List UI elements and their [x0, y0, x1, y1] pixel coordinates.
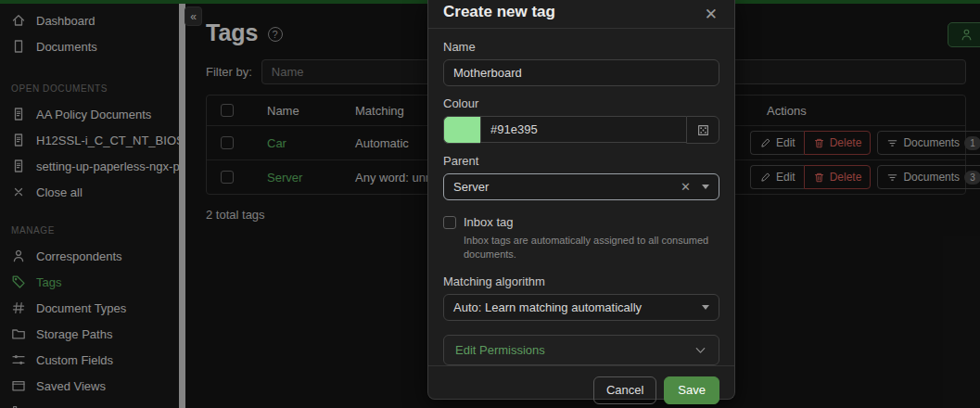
parent-label: Parent: [443, 154, 719, 168]
inbox-tag-row: Inbox tag: [443, 215, 719, 229]
chevron-down-icon: [694, 343, 707, 357]
modal-body: Name Colour Parent Server ✕ Inbox tag In…: [428, 29, 734, 365]
inbox-tag-hint: Inbox tags are automatically assigned to…: [464, 234, 719, 261]
edit-permissions-label: Edit Permissions: [455, 343, 545, 357]
name-label: Name: [443, 40, 719, 54]
colour-input-group: [443, 116, 719, 144]
cancel-button[interactable]: Cancel: [593, 376, 656, 404]
tag-name-input[interactable]: [443, 59, 719, 86]
parent-select[interactable]: Server ✕: [443, 173, 719, 200]
colour-hex-input[interactable]: [480, 116, 686, 143]
modal-header: Create new tag ✕: [428, 0, 734, 29]
caret-down-icon[interactable]: [702, 305, 709, 310]
matching-algorithm-value: Auto: Learn matching automatically: [453, 300, 702, 314]
modal-title: Create new tag: [443, 3, 555, 21]
colour-swatch: [443, 116, 480, 144]
clear-icon[interactable]: ✕: [681, 180, 691, 194]
random-colour-button[interactable]: [686, 116, 719, 144]
inbox-tag-checkbox[interactable]: [443, 216, 456, 229]
edit-permissions-accordion[interactable]: Edit Permissions: [443, 335, 719, 365]
inbox-tag-label: Inbox tag: [464, 215, 514, 229]
caret-down-icon[interactable]: [702, 185, 709, 189]
matching-algorithm-label: Matching algorithm: [443, 274, 719, 288]
save-button[interactable]: Save: [664, 376, 719, 404]
matching-algorithm-select[interactable]: Auto: Learn matching automatically: [443, 294, 719, 321]
close-icon[interactable]: ✕: [705, 3, 719, 22]
colour-label: Colour: [443, 96, 719, 110]
dice-icon: [696, 123, 710, 137]
modal-footer: Cancel Save: [428, 365, 734, 408]
parent-select-value: Server: [453, 180, 681, 194]
create-tag-modal: Create new tag ✕ Name Colour Parent Serv…: [427, 0, 735, 400]
